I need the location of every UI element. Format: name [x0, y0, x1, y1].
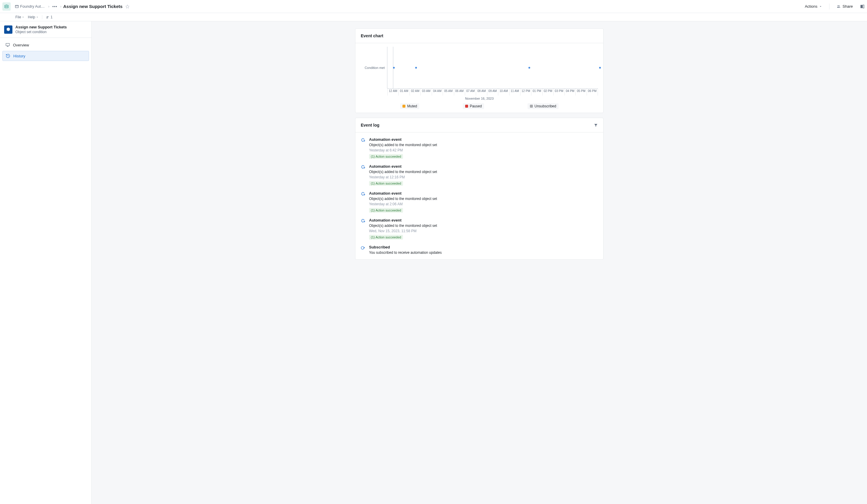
menubar: File Help 1 — [0, 13, 867, 21]
legend-paused[interactable]: Paused — [463, 103, 484, 109]
chart-x-tick: 12 AM — [387, 89, 399, 96]
log-time: Yesterday at 2:06 AM — [369, 202, 437, 206]
window-icon — [15, 4, 19, 9]
chart-x-tick: 01 AM — [399, 89, 409, 96]
filter-icon[interactable] — [594, 123, 598, 127]
share-button[interactable]: Share — [834, 3, 855, 10]
svg-point-8 — [839, 5, 840, 6]
svg-point-7 — [838, 5, 839, 6]
chart-x-tick: 01 PM — [531, 89, 542, 96]
svg-rect-9 — [860, 5, 863, 8]
chart-point[interactable] — [393, 67, 395, 68]
svg-point-16 — [361, 246, 364, 249]
chart-x-tick: 04 AM — [432, 89, 443, 96]
chart-x-tick: 07 AM — [465, 89, 476, 96]
monitor-icon — [5, 43, 10, 47]
caret-down-icon — [22, 16, 24, 18]
svg-point-1 — [6, 6, 6, 7]
legend-swatch — [530, 105, 533, 108]
chart-title: Event chart — [361, 33, 383, 38]
log-desc: You subscribed to receive automation upd… — [369, 250, 442, 255]
log-badge: (1) Action succeeded — [369, 235, 403, 239]
legend-label: Paused — [470, 104, 482, 108]
active-users[interactable]: 1 — [46, 15, 53, 19]
sidebar-item-overview[interactable]: Overview — [2, 40, 89, 50]
log-badge: (1) Action succeeded — [369, 181, 403, 186]
legend-label: Unsubscribed — [535, 104, 556, 108]
svg-rect-13 — [6, 43, 10, 46]
divider — [829, 3, 829, 10]
chart-x-tick: 06 AM — [454, 89, 465, 96]
people-icon — [836, 4, 841, 9]
log-item[interactable]: Automation eventObject(s) added to the m… — [361, 164, 598, 186]
app-logo-icon[interactable] — [2, 2, 11, 11]
sidebar-title: Assign new Support Tickets — [15, 25, 67, 29]
chart-x-tick: 03 AM — [421, 89, 432, 96]
users-icon — [46, 15, 50, 19]
log-item[interactable]: Automation eventObject(s) added to the m… — [361, 218, 598, 239]
event-log-title: Event log — [361, 123, 379, 128]
chart-x-tick: 02 AM — [410, 89, 421, 96]
svg-point-12 — [48, 16, 49, 17]
chart-x-tick: 11 AM — [510, 89, 521, 96]
chart-x-tick: 05 PM — [576, 89, 587, 96]
cube-add-icon — [361, 218, 365, 223]
menu-help-label: Help — [28, 15, 35, 19]
cube-add-icon — [361, 165, 365, 170]
log-desc: Object(s) added to the monitored object … — [369, 224, 437, 228]
actions-dropdown[interactable]: Actions — [803, 3, 825, 10]
panel-toggle-icon[interactable] — [860, 4, 865, 9]
chart-x-tick: 12 PM — [521, 89, 531, 96]
legend-muted[interactable]: Muted — [400, 103, 419, 109]
star-icon[interactable] — [125, 4, 129, 9]
chart-legend: MutedPausedUnsubscribed — [361, 103, 598, 109]
chart-x-tick: 09 AM — [487, 89, 498, 96]
chart-point[interactable] — [599, 67, 601, 68]
sidebar: Assign new Support Tickets Object set co… — [0, 21, 92, 504]
chart-y-axis-label: Condition met — [361, 47, 387, 88]
log-item[interactable]: Automation eventObject(s) added to the m… — [361, 191, 598, 213]
chart-point[interactable] — [528, 67, 530, 68]
chart-x-tick: 05 AM — [443, 89, 454, 96]
legend-unsubscribed[interactable]: Unsubscribed — [527, 103, 559, 109]
legend-swatch — [465, 105, 468, 108]
svg-rect-10 — [863, 5, 864, 8]
log-time: Yesterday at 12:16 PM — [369, 175, 437, 179]
svg-rect-4 — [15, 5, 19, 7]
chart-x-axis: 12 AM01 AM02 AM03 AM04 AM05 AM06 AM07 AM… — [387, 88, 598, 96]
subscribe-icon — [361, 246, 365, 250]
log-item[interactable]: Automation eventObject(s) added to the m… — [361, 137, 598, 159]
sidebar-item-label: Overview — [13, 43, 29, 47]
chart-point[interactable] — [415, 67, 417, 68]
breadcrumb: Foundry Aut… › ••• › Assign new Support … — [13, 3, 129, 10]
log-item[interactable]: SubscribedYou subscribed to receive auto… — [361, 245, 598, 255]
log-desc: Object(s) added to the monitored object … — [369, 170, 437, 174]
menu-help[interactable]: Help — [28, 15, 39, 19]
user-count: 1 — [51, 15, 53, 19]
legend-label: Muted — [407, 104, 417, 108]
chevron-right-icon: › — [48, 4, 50, 9]
log-title: Automation event — [369, 137, 437, 142]
breadcrumb-ellipsis[interactable]: ••• — [51, 4, 58, 9]
chart-date: November 16, 2023 — [361, 97, 598, 100]
actions-label: Actions — [805, 4, 817, 9]
log-time: Wed, Nov 15, 2023, 11:58 PM — [369, 229, 437, 233]
breadcrumb-project-label: Foundry Aut… — [20, 4, 45, 9]
menu-file[interactable]: File — [15, 15, 24, 19]
chart-x-tick: 04 PM — [565, 89, 576, 96]
log-time: Yesterday at 6:42 PM — [369, 148, 437, 152]
sidebar-header: Assign new Support Tickets Object set co… — [0, 21, 92, 38]
sidebar-item-history[interactable]: History — [2, 51, 89, 61]
svg-rect-0 — [5, 5, 8, 8]
sidebar-item-label: History — [13, 54, 25, 58]
divider — [42, 15, 42, 19]
chart-x-tick: 08 AM — [476, 89, 487, 96]
chart-plot-area[interactable] — [387, 47, 598, 88]
breadcrumb-project[interactable]: Foundry Aut… — [13, 3, 46, 10]
log-desc: Object(s) added to the monitored object … — [369, 143, 437, 147]
chart-x-tick: 06 PM — [587, 89, 598, 96]
chart-x-tick: 10 AM — [498, 89, 509, 96]
chevron-right-icon: › — [60, 4, 62, 9]
log-title: Automation event — [369, 191, 437, 195]
legend-swatch — [403, 105, 405, 108]
